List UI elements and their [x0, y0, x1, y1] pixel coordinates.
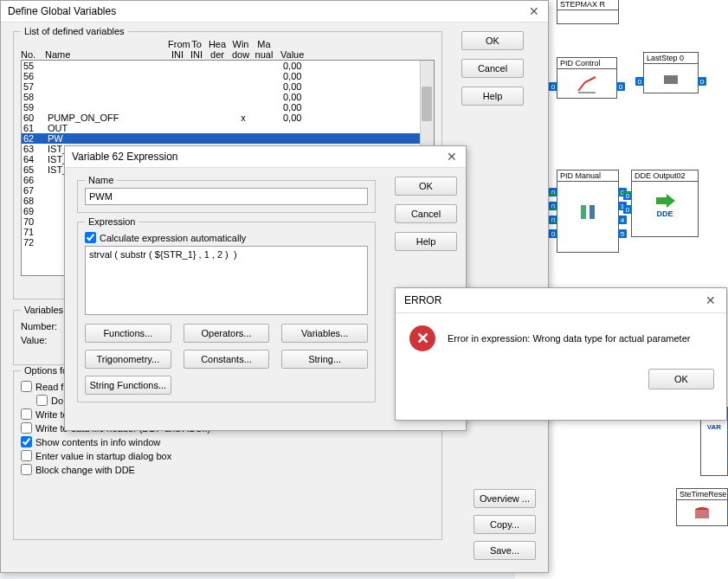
pin[interactable]: 0 [549, 188, 557, 196]
variable-row[interactable]: 550,00 [22, 61, 434, 71]
svg-rect-6 [695, 510, 709, 518]
close-icon[interactable]: ✕ [527, 4, 541, 18]
string-functions-button[interactable]: String Functions... [85, 376, 171, 395]
dgv-ok-button[interactable]: OK [461, 31, 524, 50]
block-laststep[interactable]: LastStep 0 0 0 [643, 52, 699, 93]
vex-title: Variable 62 Expression [72, 151, 178, 163]
pin-out[interactable]: 0 [698, 77, 706, 86]
block-stepmax-title: STEPMAX R [557, 0, 618, 10]
number-label: Number: [21, 321, 66, 331]
write-ddf-checkbox[interactable] [21, 422, 32, 434]
enter-startup-label: Enter value in startup dialog box [35, 451, 171, 461]
expression-group: Expression Calculate expression automati… [77, 222, 376, 402]
col-no: No. [21, 49, 45, 60]
block-pid-manual-title: PID Manual [557, 170, 618, 182]
variable-row[interactable]: 580,00 [22, 92, 434, 102]
value-label: Value: [21, 335, 66, 345]
svg-rect-1 [664, 75, 678, 84]
pin[interactable]: 0 [549, 202, 557, 210]
variables-context-legend: Variables [21, 305, 67, 315]
calc-auto-label: Calculate expression automatically [100, 233, 246, 243]
show-info-checkbox[interactable] [21, 436, 32, 447]
block-pid-control-title: PID Control [557, 58, 616, 69]
svg-marker-4 [656, 194, 675, 208]
expression-textarea[interactable] [85, 246, 368, 315]
name-group: Name [77, 180, 376, 213]
block-dde-checkbox[interactable] [21, 464, 32, 475]
expression-legend: Expression [85, 216, 139, 227]
name-input[interactable] [85, 188, 368, 205]
block-laststep-title: LastStep 0 [644, 53, 698, 64]
svg-rect-2 [581, 205, 586, 219]
read-fr-label: Read fr [35, 382, 67, 392]
chart-line-icon [577, 74, 597, 94]
variable-row[interactable]: 590,00 [22, 102, 434, 113]
variable-row[interactable]: 62PW [22, 133, 434, 144]
col-name: Name [45, 49, 168, 60]
dde-label: DDE [656, 209, 673, 218]
variable-row[interactable]: 570,00 [22, 81, 434, 92]
functions-button[interactable]: Functions... [85, 324, 171, 343]
pin[interactable]: 4 [618, 216, 627, 224]
constants-button[interactable]: Constants... [184, 350, 270, 369]
dgv-titlebar: Define Global Variables ✕ [1, 1, 548, 23]
error-dialog: ERROR ✕ ✕ Error in expression: Wrong dat… [395, 287, 727, 421]
block-pid-control[interactable]: PID Control 0 0 [557, 57, 617, 99]
show-info-label: Show contents in info window [35, 437, 160, 447]
col-value: Value [275, 49, 435, 60]
slider-icon [577, 202, 598, 222]
string-button[interactable]: String... [281, 350, 368, 369]
operators-button[interactable]: Operators... [184, 324, 270, 343]
pin[interactable]: 0 [549, 229, 557, 238]
vex-cancel-button[interactable]: Cancel [395, 204, 457, 223]
cylinder-icon [692, 505, 712, 525]
defined-variables-legend: List of defined variables [21, 26, 128, 36]
vex-ok-button[interactable]: OK [395, 177, 457, 196]
block-stepmax[interactable]: STEPMAX R [557, 0, 619, 24]
name-legend: Name [85, 175, 117, 185]
err-titlebar: ERROR ✕ [396, 288, 726, 313]
trigonometry-button[interactable]: Trigonometry... [85, 350, 171, 369]
enter-startup-checkbox[interactable] [21, 450, 32, 461]
dgv-cancel-button[interactable]: Cancel [461, 59, 524, 78]
pin-in[interactable]: 0 [635, 77, 644, 86]
arrow-right-icon [653, 192, 677, 209]
variable-row[interactable]: 560,00 [22, 71, 434, 81]
dgv-title: Define Global Variables [8, 5, 116, 17]
step-icon [660, 68, 681, 89]
variable-row[interactable]: 60PUMP_ON_OFFx0,00 [22, 113, 434, 123]
err-ok-button[interactable]: OK [648, 369, 714, 389]
vex-titlebar: Variable 62 Expression ✕ [65, 146, 466, 168]
vex-help-button[interactable]: Help [395, 232, 457, 251]
variable-row[interactable]: 61OUT [22, 123, 434, 133]
block-dde-output-title: DDE Output02 [632, 170, 698, 182]
read-fr-checkbox[interactable] [21, 381, 32, 392]
svg-rect-3 [589, 205, 595, 219]
save-button[interactable]: Save... [474, 541, 536, 560]
write-ini-checkbox[interactable] [21, 409, 32, 420]
block-ste-title: SteTimeRese [677, 489, 727, 500]
pin-in[interactable]: 0 [549, 82, 557, 91]
calc-auto-checkbox[interactable] [85, 232, 96, 243]
block-ste[interactable]: SteTimeRese 0 [676, 488, 728, 526]
err-title: ERROR [404, 294, 441, 306]
dgv-help-button[interactable]: Help [461, 87, 524, 106]
error-message: Error in expression: Wrong data type for… [448, 333, 690, 344]
scroll-thumb[interactable] [422, 87, 432, 121]
overview-button[interactable]: Overview ... [474, 489, 536, 508]
close-icon[interactable]: ✕ [704, 293, 718, 307]
block-pid-manual[interactable]: PID Manual 0 0 0 0 0 1 4 5 [557, 170, 619, 253]
block-dde-label: Block change with DDE [35, 465, 135, 475]
pin[interactable]: 0 [549, 216, 557, 224]
pin[interactable]: 5 [618, 229, 627, 238]
variables-button[interactable]: Variables... [281, 324, 368, 343]
copy-button[interactable]: Copy... [474, 515, 536, 534]
close-icon[interactable]: ✕ [445, 150, 459, 164]
error-icon: ✕ [409, 325, 435, 351]
pin-out[interactable]: 0 [616, 82, 625, 91]
pin[interactable]: 0 [623, 205, 632, 214]
no-overwrite-checkbox[interactable] [36, 395, 48, 406]
block-dde-output[interactable]: DDE Output02 DDE 0 0 [631, 170, 699, 237]
